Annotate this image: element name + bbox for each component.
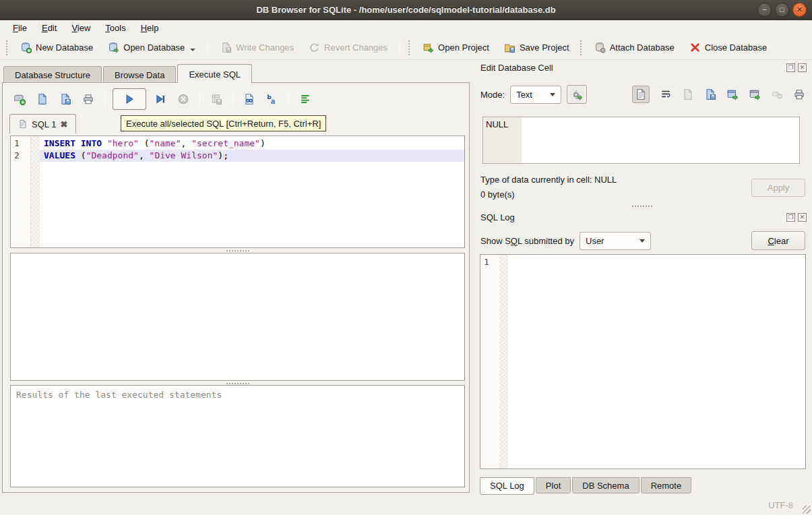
bottom-tab-bar: SQL Log Plot DB Schema Remote [480,477,693,495]
edit-cell-title: Edit Database Cell [480,63,784,73]
execute-line-icon[interactable] [154,93,166,105]
cell-value-editor[interactable]: NULL [482,117,800,164]
save-as-icon [682,88,694,100]
encoding-indicator[interactable]: UTF-8 [768,500,793,510]
print-icon[interactable] [793,88,805,100]
results-grid-pane[interactable] [10,253,465,381]
clear-button[interactable]: Clear [751,231,805,250]
save-project-button[interactable]: Save Project [497,38,577,57]
cell-size-info: 0 byte(s) [480,189,515,200]
toolbar-separator [288,91,289,107]
open-sql-file-icon[interactable] [36,93,49,105]
import-data-icon[interactable] [704,88,716,100]
open-database-button[interactable]: Open Database [100,38,203,57]
tab-db-schema[interactable]: DB Schema [572,477,639,493]
format-sql-icon[interactable]: ba [266,93,278,105]
tab-sql-log[interactable]: SQL Log [480,477,534,495]
export-data-icon[interactable] [726,88,739,100]
results-message-pane[interactable]: Results of the last executed statements [10,385,465,487]
title-bar: DB Browser for SQLite - /home/user/code/… [0,0,812,20]
splitter-handle[interactable] [10,248,465,253]
log-fold-margin [499,255,508,468]
database-open-icon [108,42,119,53]
apply-button: Apply [751,179,805,197]
log-filter-select[interactable]: User [580,232,651,250]
stop-icon [177,93,189,105]
word-wrap-icon[interactable] [660,88,672,100]
log-content[interactable] [508,255,805,468]
chevron-down-icon [550,93,555,96]
app-window: DB Browser for SQLite - /home/user/code/… [0,0,812,515]
splitter-handle[interactable] [472,206,812,207]
print-icon[interactable] [82,93,94,105]
write-changes-icon [220,42,232,53]
close-database-button[interactable]: Close Database [682,38,775,57]
mode-label: Mode: [480,90,505,100]
toolbar-drag-handle[interactable] [408,40,412,55]
save-sql-file-icon[interactable] [59,93,71,105]
cell-edit-area[interactable] [522,117,799,163]
code-line[interactable]: VALUES ("Deadpond", "Dive Wilson"); [40,150,464,162]
find-icon[interactable] [243,93,255,105]
dock-float-icon[interactable]: ❐ [786,63,795,72]
main-tab-bar: Database Structure Browse Data Execute S… [3,64,253,83]
toolbar-drag-handle[interactable] [580,40,584,55]
maximize-icon[interactable]: □ [775,3,789,17]
indent-icon[interactable] [299,93,311,105]
toolbar-drag-handle[interactable] [6,40,9,55]
close-database-icon [689,42,701,53]
menu-view[interactable]: View [64,22,98,34]
sql-log-controls: Show SQL submitted by User Clear [480,231,805,251]
tab-execute-sql[interactable]: Execute SQL [177,64,252,83]
tab-plot[interactable]: Plot [536,477,571,493]
tab-remote[interactable]: Remote [641,477,692,493]
open-in-app-icon[interactable] [749,88,761,100]
cell-type-info: Type of data currently in cell: NULL [480,175,617,185]
toolbar-separator [199,91,200,107]
sql-tab[interactable]: SQL 1 ✖ [9,114,76,133]
open-database-dropdown-icon[interactable] [190,49,195,51]
menu-help[interactable]: Help [133,22,166,34]
open-project-button[interactable]: Open Project [415,38,497,57]
close-icon[interactable]: ✕ [792,3,807,17]
dock-float-icon[interactable]: ❐ [786,213,795,222]
sql-log-title: SQL Log [480,212,784,222]
attach-database-button[interactable]: Attach Database [587,38,682,57]
window-controls: − □ ✕ [757,3,807,17]
execute-all-icon[interactable] [123,93,135,105]
execute-all-button[interactable] [113,88,146,110]
auto-switch-mode-button[interactable] [567,85,587,104]
menu-edit[interactable]: Edit [34,22,64,34]
cell-value-text: NULL [483,117,522,163]
sql-tab-label: SQL 1 [32,119,56,129]
main-toolbar: New Database Open Database Write Changes… [0,36,812,60]
sql-editor-toolbar: ba [8,87,317,111]
editor-fold-margin [31,136,40,247]
menu-tools[interactable]: Tools [98,22,133,34]
window-title: DB Browser for SQLite - /home/user/code/… [256,5,555,15]
new-tab-icon[interactable] [13,93,26,105]
code-line[interactable]: INSERT INTO "hero" ("name", "secret_name… [40,138,464,150]
sql-code-editor[interactable]: 12 INSERT INTO "hero" ("name", "secret_n… [10,135,465,248]
mode-select[interactable]: Text [510,86,561,104]
sql-log-view[interactable]: 1 [480,254,806,469]
tab-browse-data[interactable]: Browse Data [103,66,176,83]
minimize-icon[interactable]: − [757,3,772,17]
menu-file[interactable]: File [5,22,34,34]
resize-grip-icon[interactable] [803,506,811,514]
dock-close-icon[interactable]: ✕ [798,213,807,222]
cell-mode-row: Mode: Text [480,84,805,104]
text-document-icon[interactable] [632,86,650,103]
new-database-button[interactable]: New Database [13,38,100,57]
editor-code[interactable]: INSERT INTO "hero" ("name", "secret_name… [40,136,464,247]
save-project-icon [504,42,516,53]
right-dock-area: Edit Database Cell ❐ ✕ Mode: Text [472,60,812,495]
dock-close-icon[interactable]: ✕ [798,63,807,72]
tab-database-structure[interactable]: Database Structure [3,66,102,83]
chevron-down-icon [639,239,645,243]
sql-log-dock-header: SQL Log ❐ ✕ [480,212,807,222]
results-placeholder: Results of the last executed statements [16,390,222,400]
close-tab-icon[interactable]: ✖ [60,119,67,129]
open-project-icon [423,42,434,53]
menu-bar: File Edit View Tools Help [0,20,812,36]
